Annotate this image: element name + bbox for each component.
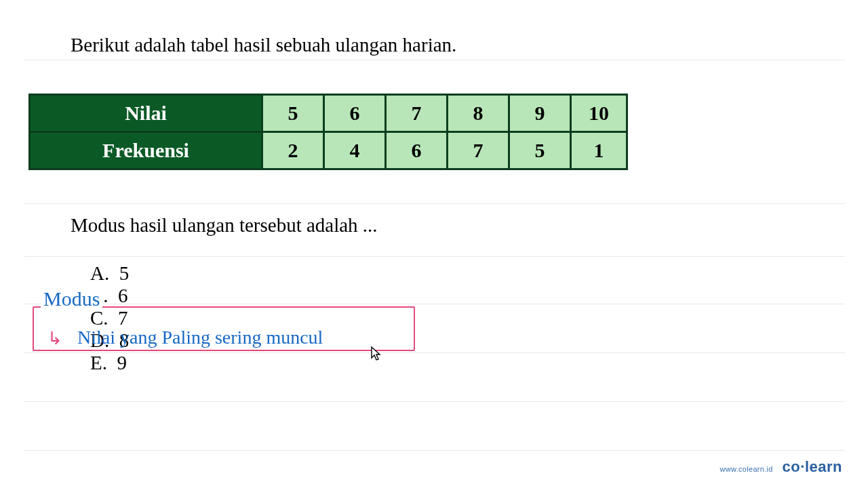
option-e: E. 9 — [90, 352, 127, 374]
annotation-text: Nilai yang Paling sering muncul — [77, 327, 323, 348]
table-cell: 10 — [571, 95, 627, 132]
table-row: Nilai 5 6 7 8 9 10 — [30, 95, 627, 132]
brand-logo: co·learn — [783, 458, 842, 475]
ruled-line — [24, 203, 845, 204]
brand-right: learn — [805, 458, 842, 475]
ruled-line — [24, 450, 845, 451]
table-cell: 7 — [386, 95, 448, 132]
footer-url: www.colearn.id — [720, 465, 773, 473]
ruled-line — [24, 60, 845, 60]
table-row: Frekuensi 2 4 6 7 5 1 — [30, 132, 627, 169]
table-cell: 4 — [324, 132, 386, 169]
page: { "intro": "Berikut adalah tabel hasil s… — [0, 0, 868, 488]
annotation: Modus ↳ Nilai yang Paling sering muncul — [33, 298, 415, 351]
frequency-table: Nilai 5 6 7 8 9 10 Frekuensi 2 4 6 7 5 1 — [28, 94, 628, 170]
row-header-nilai: Nilai — [30, 95, 262, 132]
table-cell: 1 — [571, 132, 627, 169]
option-a: A. 5 — [90, 262, 226, 285]
brand-dot: · — [800, 458, 805, 475]
question-text: Modus hasil ulangan tersebut adalah ... — [71, 214, 378, 237]
row-header-frekuensi: Frekuensi — [30, 132, 262, 169]
table-cell: 9 — [509, 95, 571, 132]
table-cell: 2 — [262, 132, 324, 169]
cursor-icon — [366, 346, 381, 367]
table-cell: 6 — [324, 95, 386, 132]
arrow-icon: ↳ — [47, 328, 62, 349]
footer: www.colearn.id co·learn — [720, 458, 842, 476]
table-cell: 8 — [448, 95, 509, 132]
brand-left: co — [783, 458, 801, 475]
table-cell: 5 — [262, 95, 324, 132]
ruled-line — [24, 401, 845, 402]
table-cell: 6 — [386, 132, 448, 169]
table-cell: 7 — [448, 132, 509, 169]
table-cell: 5 — [509, 132, 571, 169]
annotation-title: Modus — [41, 287, 102, 310]
intro-text: Berikut adalah tabel hasil sebuah ulanga… — [71, 34, 456, 56]
